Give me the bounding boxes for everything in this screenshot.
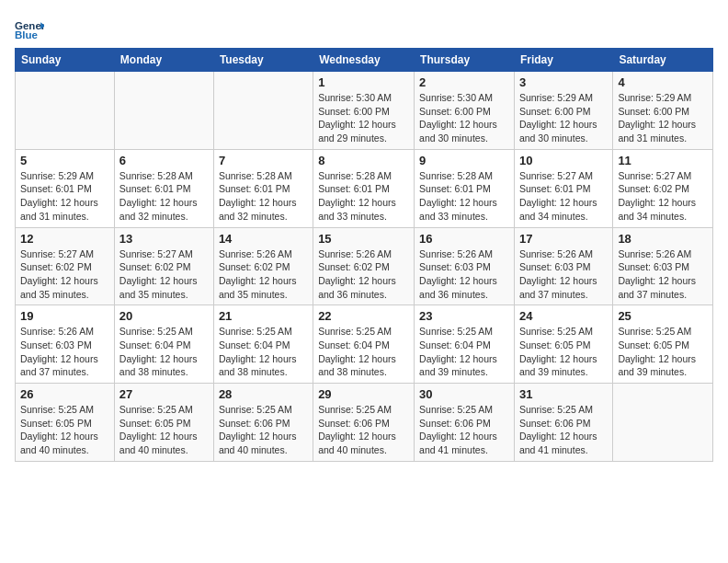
week-row-1: 5Sunrise: 5:29 AM Sunset: 6:01 PM Daylig…	[16, 149, 713, 227]
day-info: Sunrise: 5:27 AM Sunset: 6:02 PM Dayligh…	[119, 247, 209, 302]
calendar-cell: 2Sunrise: 5:30 AM Sunset: 6:00 PM Daylig…	[415, 72, 515, 150]
day-number: 13	[119, 232, 209, 246]
day-number: 26	[20, 387, 109, 401]
day-info: Sunrise: 5:25 AM Sunset: 6:05 PM Dayligh…	[519, 325, 608, 379]
calendar-cell: 13Sunrise: 5:27 AM Sunset: 6:02 PM Dayli…	[114, 227, 213, 305]
calendar-cell: 24Sunrise: 5:25 AM Sunset: 6:05 PM Dayli…	[514, 305, 612, 384]
day-number: 17	[519, 232, 608, 246]
day-info: Sunrise: 5:25 AM Sunset: 6:06 PM Dayligh…	[419, 403, 509, 457]
week-row-0: 1Sunrise: 5:30 AM Sunset: 6:00 PM Daylig…	[16, 72, 713, 150]
day-number: 16	[419, 232, 509, 246]
day-info: Sunrise: 5:27 AM Sunset: 6:01 PM Dayligh…	[519, 169, 608, 224]
calendar-cell: 16Sunrise: 5:26 AM Sunset: 6:03 PM Dayli…	[415, 227, 515, 305]
calendar-cell: 6Sunrise: 5:28 AM Sunset: 6:01 PM Daylig…	[114, 149, 213, 227]
calendar-cell	[613, 384, 713, 462]
day-number: 30	[419, 387, 509, 401]
calendar-cell: 11Sunrise: 5:27 AM Sunset: 6:02 PM Dayli…	[613, 149, 713, 227]
day-number: 2	[419, 75, 509, 89]
day-number: 6	[119, 154, 209, 167]
day-number: 5	[20, 154, 109, 167]
day-number: 14	[219, 232, 308, 246]
day-number: 8	[318, 154, 409, 167]
day-number: 7	[219, 154, 308, 167]
week-row-2: 12Sunrise: 5:27 AM Sunset: 6:02 PM Dayli…	[16, 227, 713, 305]
day-number: 24	[519, 309, 608, 323]
day-number: 28	[219, 387, 308, 401]
day-info: Sunrise: 5:26 AM Sunset: 6:02 PM Dayligh…	[219, 247, 308, 302]
day-info: Sunrise: 5:25 AM Sunset: 6:05 PM Dayligh…	[119, 403, 209, 457]
calendar-cell: 25Sunrise: 5:25 AM Sunset: 6:05 PM Dayli…	[613, 305, 713, 384]
day-info: Sunrise: 5:28 AM Sunset: 6:01 PM Dayligh…	[419, 169, 509, 224]
day-info: Sunrise: 5:29 AM Sunset: 6:01 PM Dayligh…	[20, 169, 109, 224]
calendar-cell: 1Sunrise: 5:30 AM Sunset: 6:00 PM Daylig…	[313, 72, 415, 150]
day-info: Sunrise: 5:25 AM Sunset: 6:04 PM Dayligh…	[119, 325, 209, 379]
calendar-cell: 12Sunrise: 5:27 AM Sunset: 6:02 PM Dayli…	[16, 227, 115, 305]
header-thursday: Thursday	[415, 49, 515, 72]
calendar-cell: 15Sunrise: 5:26 AM Sunset: 6:02 PM Dayli…	[313, 227, 415, 305]
day-info: Sunrise: 5:26 AM Sunset: 6:03 PM Dayligh…	[419, 247, 509, 302]
calendar-cell: 14Sunrise: 5:26 AM Sunset: 6:02 PM Dayli…	[213, 227, 313, 305]
day-info: Sunrise: 5:25 AM Sunset: 6:06 PM Dayligh…	[219, 403, 308, 457]
day-info: Sunrise: 5:25 AM Sunset: 6:05 PM Dayligh…	[618, 325, 708, 379]
day-number: 4	[618, 75, 708, 89]
header-sunday: Sunday	[16, 49, 115, 72]
calendar-cell: 31Sunrise: 5:25 AM Sunset: 6:06 PM Dayli…	[514, 384, 612, 462]
day-number: 12	[20, 232, 109, 246]
calendar-cell: 26Sunrise: 5:25 AM Sunset: 6:05 PM Dayli…	[16, 384, 115, 462]
calendar-cell: 7Sunrise: 5:28 AM Sunset: 6:01 PM Daylig…	[213, 149, 313, 227]
day-info: Sunrise: 5:25 AM Sunset: 6:06 PM Dayligh…	[318, 403, 409, 457]
header-saturday: Saturday	[613, 49, 713, 72]
logo-icon: General Blue	[15, 15, 44, 44]
day-number: 22	[318, 309, 409, 323]
day-info: Sunrise: 5:27 AM Sunset: 6:02 PM Dayligh…	[20, 247, 109, 302]
logo: General Blue	[15, 15, 44, 44]
calendar-cell: 30Sunrise: 5:25 AM Sunset: 6:06 PM Dayli…	[415, 384, 515, 462]
day-number: 25	[618, 309, 708, 323]
calendar-cell: 27Sunrise: 5:25 AM Sunset: 6:05 PM Dayli…	[114, 384, 213, 462]
day-info: Sunrise: 5:25 AM Sunset: 6:04 PM Dayligh…	[219, 325, 308, 379]
header-tuesday: Tuesday	[213, 49, 313, 72]
day-info: Sunrise: 5:29 AM Sunset: 6:00 PM Dayligh…	[618, 91, 708, 145]
calendar-cell	[213, 72, 313, 150]
header-wednesday: Wednesday	[313, 49, 415, 72]
day-info: Sunrise: 5:25 AM Sunset: 6:05 PM Dayligh…	[20, 403, 109, 457]
day-info: Sunrise: 5:29 AM Sunset: 6:00 PM Dayligh…	[519, 91, 608, 145]
calendar-cell: 3Sunrise: 5:29 AM Sunset: 6:00 PM Daylig…	[514, 72, 612, 150]
day-number: 21	[219, 309, 308, 323]
day-info: Sunrise: 5:26 AM Sunset: 6:03 PM Dayligh…	[20, 325, 109, 379]
calendar-cell: 18Sunrise: 5:26 AM Sunset: 6:03 PM Dayli…	[613, 227, 713, 305]
day-number: 1	[318, 75, 409, 89]
day-info: Sunrise: 5:30 AM Sunset: 6:00 PM Dayligh…	[318, 91, 409, 145]
week-row-4: 26Sunrise: 5:25 AM Sunset: 6:05 PM Dayli…	[16, 384, 713, 462]
calendar-cell: 4Sunrise: 5:29 AM Sunset: 6:00 PM Daylig…	[613, 72, 713, 150]
day-number: 23	[419, 309, 509, 323]
calendar-cell: 10Sunrise: 5:27 AM Sunset: 6:01 PM Dayli…	[514, 149, 612, 227]
calendar-cell	[16, 72, 115, 150]
day-number: 27	[119, 387, 209, 401]
header-friday: Friday	[514, 49, 612, 72]
day-info: Sunrise: 5:28 AM Sunset: 6:01 PM Dayligh…	[318, 169, 409, 224]
day-info: Sunrise: 5:30 AM Sunset: 6:00 PM Dayligh…	[419, 91, 509, 145]
day-info: Sunrise: 5:26 AM Sunset: 6:02 PM Dayligh…	[318, 247, 409, 302]
calendar-cell: 21Sunrise: 5:25 AM Sunset: 6:04 PM Dayli…	[213, 305, 313, 384]
day-number: 10	[519, 154, 608, 167]
day-info: Sunrise: 5:25 AM Sunset: 6:04 PM Dayligh…	[318, 325, 409, 379]
day-info: Sunrise: 5:26 AM Sunset: 6:03 PM Dayligh…	[519, 247, 608, 302]
calendar-table: SundayMondayTuesdayWednesdayThursdayFrid…	[15, 48, 713, 462]
day-number: 29	[318, 387, 409, 401]
calendar-cell	[114, 72, 213, 150]
svg-text:Blue: Blue	[15, 29, 39, 40]
week-row-3: 19Sunrise: 5:26 AM Sunset: 6:03 PM Dayli…	[16, 305, 713, 384]
header-monday: Monday	[114, 49, 213, 72]
day-number: 15	[318, 232, 409, 246]
page-header: General Blue	[15, 15, 713, 44]
day-number: 9	[419, 154, 509, 167]
calendar-cell: 8Sunrise: 5:28 AM Sunset: 6:01 PM Daylig…	[313, 149, 415, 227]
calendar-cell: 29Sunrise: 5:25 AM Sunset: 6:06 PM Dayli…	[313, 384, 415, 462]
calendar-cell: 20Sunrise: 5:25 AM Sunset: 6:04 PM Dayli…	[114, 305, 213, 384]
calendar-body: 1Sunrise: 5:30 AM Sunset: 6:00 PM Daylig…	[16, 72, 713, 462]
day-info: Sunrise: 5:25 AM Sunset: 6:06 PM Dayligh…	[519, 403, 608, 457]
calendar-cell: 17Sunrise: 5:26 AM Sunset: 6:03 PM Dayli…	[514, 227, 612, 305]
calendar-cell: 28Sunrise: 5:25 AM Sunset: 6:06 PM Dayli…	[213, 384, 313, 462]
day-number: 31	[519, 387, 608, 401]
